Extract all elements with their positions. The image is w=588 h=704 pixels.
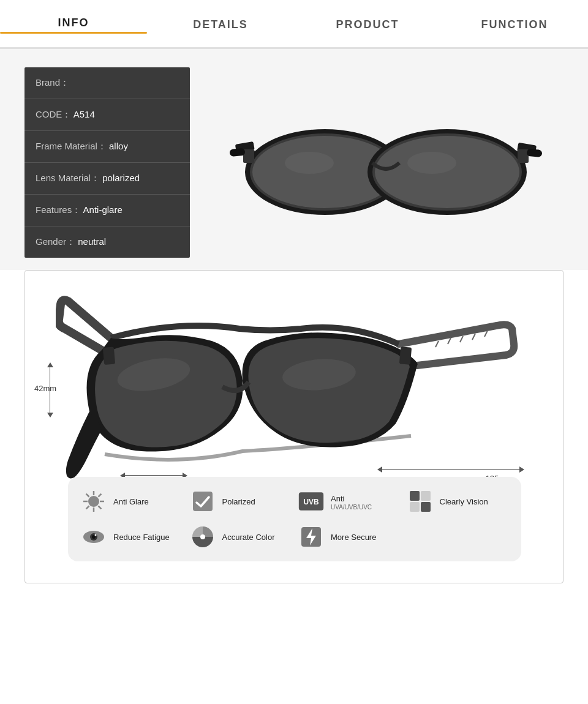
svg-line-32 xyxy=(86,506,89,509)
svg-line-18 xyxy=(472,334,475,340)
svg-rect-39 xyxy=(421,502,431,512)
svg-rect-14 xyxy=(527,148,542,157)
anti-glare-label: Anti Glare xyxy=(113,497,149,506)
svg-rect-33 xyxy=(193,492,213,511)
svg-point-6 xyxy=(285,152,334,174)
svg-point-24 xyxy=(88,496,99,507)
spec-row-gender: Gender： neutral xyxy=(24,227,190,258)
spec-row-frame: Frame Material： alloy xyxy=(24,131,190,163)
spec-row-features: Features： Anti-glare xyxy=(24,195,190,227)
feature-more-secure: More Secure xyxy=(298,523,401,550)
svg-text:UVB: UVB xyxy=(303,498,319,507)
sunglasses-top-svg xyxy=(230,95,542,230)
feature-clearly-vision: Clearly Vision xyxy=(407,488,510,515)
navigation-bar: INFO DETAILS PRODUCT FUNCTION xyxy=(0,0,588,49)
accurate-color-label: Accurate Color xyxy=(222,533,275,542)
feature-anti-uv: UVB Anti UVA/UVB/UVC xyxy=(298,488,401,515)
check-polarized-icon xyxy=(189,488,216,515)
sun-icon xyxy=(80,488,107,515)
svg-point-9 xyxy=(375,136,519,208)
features-strip: Anti Glare Polarized UVB xyxy=(68,477,521,561)
reduce-fatigue-label: Reduce Fatigue xyxy=(113,533,170,542)
grid-icon xyxy=(407,488,434,515)
spec-row-lens: Lens Material： polarized xyxy=(24,163,190,195)
nav-item-product[interactable]: PRODUCT xyxy=(294,1,441,46)
nav-item-details[interactable]: DETAILS xyxy=(147,1,294,46)
svg-line-30 xyxy=(99,506,102,509)
nav-item-info[interactable]: INFO xyxy=(0,0,147,48)
anti-uv-label: Anti xyxy=(331,494,344,503)
dimension-42mm: 42mm xyxy=(50,365,50,414)
feature-accurate-color: Accurate Color xyxy=(189,523,292,550)
uvb-icon: UVB xyxy=(298,488,325,515)
svg-rect-38 xyxy=(410,502,420,512)
svg-rect-22 xyxy=(103,346,115,364)
svg-line-29 xyxy=(86,494,89,497)
dimension-12mm: 12mm xyxy=(123,475,184,476)
svg-line-16 xyxy=(448,338,451,344)
clearly-vision-label: Clearly Vision xyxy=(440,497,488,506)
dimension-125mm: 125mm xyxy=(380,469,521,470)
color-wheel-icon xyxy=(189,523,216,550)
svg-point-10 xyxy=(407,152,456,174)
feature-reduce-fatigue: Reduce Fatigue xyxy=(80,523,183,550)
eye-icon xyxy=(80,523,107,550)
specs-table: Brand： CODE： A514 Frame Material： alloy … xyxy=(24,67,190,258)
svg-line-15 xyxy=(435,341,439,347)
more-secure-label: More Secure xyxy=(331,533,376,542)
dimensions-section: 42mm 12mm 70mm 125mm xyxy=(24,270,564,583)
svg-point-45 xyxy=(200,534,205,539)
product-info-section: Brand： CODE： A514 Frame Material： alloy … xyxy=(0,49,588,270)
spec-row-code: CODE： A514 xyxy=(24,99,190,131)
svg-rect-37 xyxy=(421,491,431,501)
bolt-icon xyxy=(298,523,325,550)
svg-line-17 xyxy=(460,336,463,342)
product-image-top xyxy=(208,67,564,258)
svg-line-31 xyxy=(99,494,102,497)
feature-anti-glare: Anti Glare xyxy=(80,488,183,515)
spec-row-brand: Brand： xyxy=(24,67,190,99)
feature-polarized: Polarized xyxy=(189,488,292,515)
svg-rect-36 xyxy=(410,491,420,501)
svg-point-43 xyxy=(95,534,97,536)
nav-item-function[interactable]: FUNCTION xyxy=(441,1,588,46)
anti-uv-sublabel: UVA/UVB/UVC xyxy=(331,504,372,511)
svg-rect-23 xyxy=(399,346,412,364)
svg-rect-12 xyxy=(518,149,529,163)
polarized-label: Polarized xyxy=(222,497,255,506)
